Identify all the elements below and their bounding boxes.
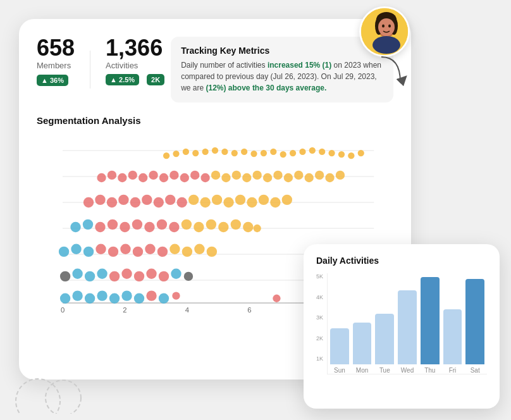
svg-point-39 [159, 173, 168, 182]
bar-chart-wrapper: 5K 4K 3K 2K 1K Sun Mon Tue [316, 273, 487, 374]
svg-point-45 [221, 173, 230, 182]
svg-point-58 [95, 195, 105, 205]
daily-activities-title: Daily Activities [316, 256, 487, 266]
svg-point-16 [202, 149, 208, 155]
y-axis: 5K 4K 3K 2K 1K [316, 273, 323, 374]
svg-point-55 [325, 173, 334, 182]
bar-col-sat: Sat [465, 279, 484, 374]
svg-point-51 [284, 173, 293, 182]
svg-point-102 [194, 244, 204, 254]
y-tick-3k: 3K [316, 314, 323, 321]
svg-point-48 [252, 171, 261, 180]
svg-point-60 [118, 195, 128, 205]
svg-point-67 [200, 197, 210, 207]
y-tick-1k: 1K [316, 355, 323, 362]
svg-point-27 [309, 147, 316, 154]
metrics-row: 658 Members ▲ 36% 1,366 Activities ▲ 2.5… [37, 37, 393, 102]
svg-point-18 [221, 149, 228, 155]
svg-point-83 [169, 222, 179, 232]
svg-point-101 [182, 247, 192, 257]
svg-point-117 [85, 293, 95, 304]
segmentation-title: Segmentation Analysis [37, 115, 393, 126]
bar-label-sun: Sun [334, 367, 345, 374]
svg-point-36 [128, 171, 137, 180]
svg-point-106 [85, 271, 95, 281]
svg-point-63 [154, 197, 164, 207]
svg-point-112 [159, 271, 169, 281]
svg-point-124 [172, 292, 180, 299]
y-tick-2k: 2K [316, 335, 323, 342]
arrow-icon [375, 51, 413, 101]
bar-label-wed: Wed [401, 367, 414, 374]
svg-point-100 [169, 244, 180, 254]
svg-point-35 [118, 173, 126, 182]
svg-point-90 [254, 225, 261, 232]
svg-point-71 [247, 197, 257, 207]
svg-point-86 [206, 219, 216, 230]
svg-point-85 [194, 222, 204, 232]
svg-point-40 [169, 171, 178, 180]
svg-point-53 [305, 173, 314, 182]
svg-point-24 [280, 151, 286, 158]
svg-point-76 [83, 219, 93, 230]
activities-value: 1,366 [106, 37, 164, 59]
bar-col-sun: Sun [330, 328, 349, 374]
svg-point-122 [146, 290, 156, 300]
svg-point-33 [97, 173, 106, 182]
svg-point-13 [173, 151, 179, 157]
svg-text:2: 2 [123, 306, 126, 314]
svg-point-92 [71, 244, 81, 254]
svg-point-31 [348, 152, 354, 159]
svg-point-95 [108, 247, 118, 257]
svg-point-68 [212, 195, 222, 205]
svg-point-88 [231, 219, 241, 230]
metrics-divider [90, 51, 90, 89]
svg-point-132 [382, 25, 385, 28]
svg-point-137 [46, 380, 81, 414]
svg-point-121 [134, 293, 144, 304]
svg-point-21 [250, 151, 257, 157]
svg-point-77 [95, 222, 105, 232]
svg-point-56 [336, 171, 345, 180]
members-metric: 658 Members ▲ 36% [37, 37, 75, 86]
y-tick-5k: 5K [316, 273, 323, 280]
svg-point-87 [218, 222, 228, 232]
svg-point-79 [120, 222, 130, 232]
svg-point-70 [235, 195, 245, 205]
svg-point-97 [133, 247, 143, 257]
svg-point-114 [184, 272, 193, 281]
svg-point-41 [180, 173, 189, 182]
svg-point-78 [108, 219, 118, 230]
svg-point-29 [328, 150, 335, 156]
svg-point-75 [70, 222, 80, 232]
svg-point-108 [109, 271, 120, 281]
svg-point-65 [176, 197, 187, 207]
svg-point-14 [183, 149, 189, 155]
svg-point-19 [231, 150, 238, 156]
svg-text:4: 4 [185, 306, 189, 314]
bar-label-mon: Mon [356, 367, 368, 374]
tracking-highlight1: increased 15% (1) [268, 61, 331, 70]
svg-point-54 [315, 171, 324, 180]
svg-point-59 [107, 197, 117, 207]
svg-point-30 [338, 151, 345, 158]
svg-point-136 [16, 379, 60, 414]
svg-point-91 [59, 247, 69, 257]
svg-point-17 [212, 147, 218, 154]
bar-sat [465, 279, 484, 364]
tracking-box: Tracking Key Metrics Daily number of act… [171, 37, 393, 102]
svg-text:0: 0 [61, 306, 65, 314]
activities-badge: ▲ 2.5% [106, 74, 139, 85]
svg-point-42 [190, 171, 199, 180]
svg-point-64 [165, 195, 175, 205]
bar-col-tue: Tue [375, 314, 394, 374]
bar-thu [421, 277, 440, 364]
svg-point-113 [171, 269, 181, 279]
svg-point-66 [188, 195, 199, 205]
svg-point-131 [378, 18, 395, 36]
bar-label-thu: Thu [424, 367, 435, 374]
svg-point-82 [157, 219, 167, 230]
svg-point-32 [358, 150, 364, 156]
bars-area: Sun Mon Tue Wed Thu [327, 273, 487, 374]
svg-point-119 [109, 293, 120, 304]
